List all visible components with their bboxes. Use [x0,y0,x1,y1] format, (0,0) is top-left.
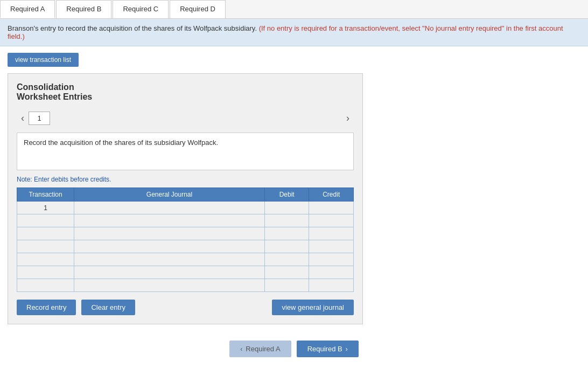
input-credit-5[interactable] [309,266,353,279]
table-row [17,227,354,240]
description-box: Record the acquisition of the shares of … [17,133,354,170]
input-debit-3[interactable] [265,240,309,253]
cell-credit-1[interactable] [309,214,354,227]
col-header-debit: Debit [264,188,309,202]
prev-entry-button[interactable]: ‹ [17,110,29,126]
table-row [17,279,354,292]
clear-entry-button[interactable]: Clear entry [81,300,135,315]
input-general-journal-4[interactable] [74,253,264,266]
tab-required-d[interactable]: Required D [170,0,226,18]
entry-nav: ‹ 1 › [17,110,354,126]
description-text: Record the acquisition of the shares of … [24,138,218,147]
instruction-main-text: Branson's entry to record the acquisitio… [8,24,257,32]
input-credit-2[interactable] [309,227,353,240]
cell-general-journal-0[interactable] [74,202,265,214]
cell-credit-6[interactable] [309,279,354,292]
entry-number-tab: 1 [29,112,50,125]
cell-general-journal-4[interactable] [74,253,265,266]
tab-required-c[interactable]: Required C [113,0,169,18]
tab-required-a[interactable]: Required A [0,0,55,18]
input-general-journal-3[interactable] [74,240,264,253]
cell-debit-4[interactable] [264,253,309,266]
cell-credit-0[interactable] [309,202,354,214]
cell-general-journal-5[interactable] [74,266,265,279]
input-credit-3[interactable] [309,240,353,253]
cell-transaction-4 [17,253,74,266]
table-row [17,240,354,253]
prev-arrow-icon: ‹ [240,345,242,353]
view-general-journal-button[interactable]: view general journal [272,300,354,315]
input-debit-4[interactable] [265,253,309,266]
input-credit-1[interactable] [309,214,353,227]
input-credit-6[interactable] [309,279,353,291]
input-debit-2[interactable] [265,227,309,240]
table-row [17,253,354,266]
cell-credit-2[interactable] [309,227,354,240]
cell-general-journal-1[interactable] [74,214,265,227]
next-required-label: Required B [307,345,342,353]
cell-general-journal-3[interactable] [74,240,265,253]
input-debit-1[interactable] [265,214,309,227]
record-entry-button[interactable]: Record entry [17,300,76,315]
input-general-journal-6[interactable] [74,279,264,291]
table-row [17,266,354,279]
prev-required-button[interactable]: ‹ Required A [229,341,291,357]
cell-credit-4[interactable] [309,253,354,266]
input-debit-6[interactable] [265,279,309,291]
cell-credit-5[interactable] [309,266,354,279]
cell-transaction-3 [17,240,74,253]
cell-transaction-6 [17,279,74,292]
cell-transaction-1 [17,214,74,227]
cell-debit-3[interactable] [264,240,309,253]
worksheet-container: Consolidation Worksheet Entries ‹ 1 › Re… [8,73,363,324]
next-entry-button[interactable]: › [342,110,354,126]
input-general-journal-1[interactable] [74,214,264,227]
col-header-general-journal: General Journal [74,188,265,202]
cell-transaction-0: 1 [17,202,74,214]
next-required-button[interactable]: Required B › [297,341,359,357]
input-debit-5[interactable] [265,266,309,279]
note-text: Note: Enter debits before credits. [17,176,354,183]
cell-debit-0[interactable] [264,202,309,214]
col-header-credit: Credit [309,188,354,202]
entry-tab-bar: 1 [29,112,342,125]
input-general-journal-0[interactable] [74,202,264,214]
input-credit-4[interactable] [309,253,353,266]
journal-table: Transaction General Journal Debit Credit… [17,187,354,292]
input-general-journal-2[interactable] [74,227,264,240]
table-row [17,214,354,227]
cell-debit-5[interactable] [264,266,309,279]
view-transaction-button[interactable]: view transaction list [8,53,79,67]
worksheet-title: Consolidation Worksheet Entries [17,82,354,102]
table-row: 1 [17,202,354,214]
cell-transaction-2 [17,227,74,240]
next-arrow-icon: › [346,345,348,353]
action-buttons: Record entry Clear entry view general jo… [17,300,354,315]
bottom-nav: ‹ Required A Required B › [0,341,588,368]
cell-debit-6[interactable] [264,279,309,292]
tab-required-b[interactable]: Required B [56,0,111,18]
cell-debit-2[interactable] [264,227,309,240]
tabs-bar: Required A Required B Required C Require… [0,0,588,19]
input-general-journal-5[interactable] [74,266,264,279]
cell-general-journal-6[interactable] [74,279,265,292]
instruction-bar: Branson's entry to record the acquisitio… [0,19,588,46]
prev-required-label: Required A [246,345,280,353]
cell-credit-3[interactable] [309,240,354,253]
cell-debit-1[interactable] [264,214,309,227]
input-debit-0[interactable] [265,202,309,214]
col-header-transaction: Transaction [17,188,74,202]
input-credit-0[interactable] [309,202,353,214]
cell-transaction-5 [17,266,74,279]
cell-general-journal-2[interactable] [74,227,265,240]
